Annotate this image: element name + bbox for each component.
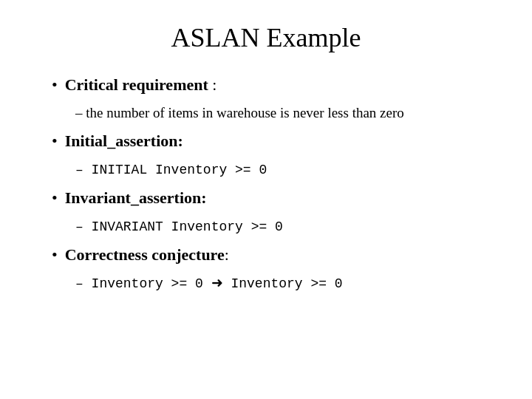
sub-critical-text: – the number of items in warehouse is ne… [75, 105, 404, 120]
sub-critical: – the number of items in warehouse is ne… [75, 103, 488, 123]
bullet-dot-3: • [52, 188, 58, 208]
slide: ASLAN Example • Critical requirement : –… [44, 22, 488, 301]
slide-title: ASLAN Example [44, 22, 488, 53]
sub-initial-text: – INITIAL Inventory >= 0 [75, 163, 267, 177]
sub-invariant-text: – INVARIANT Inventory >= 0 [75, 219, 283, 234]
arrow-icon: ➜ [211, 275, 223, 290]
bullet-dot-4: • [52, 245, 58, 265]
sub-correctness: – Inventory >= 0 ➜ Inventory >= 0 [75, 273, 488, 293]
bullet-dot-1: • [52, 75, 58, 95]
slide-content: • Critical requirement : – the number of… [44, 74, 488, 293]
bullet-invariant: • Invariant_assertion: [52, 187, 488, 209]
sub-invariant: – INVARIANT Inventory >= 0 [75, 216, 488, 236]
bullet-correctness-label: Correctness conjecture: [65, 244, 229, 266]
bullet-dot-2: • [52, 132, 58, 151]
bullet-correctness: • Correctness conjecture: [52, 244, 488, 266]
bullet-critical: • Critical requirement : [52, 74, 488, 96]
sub-initial: – INITIAL Inventory >= 0 [75, 160, 488, 180]
bullet-invariant-label: Invariant_assertion: [65, 187, 207, 209]
sub-correctness-text: – Inventory >= 0 [75, 276, 211, 291]
bullet-critical-label: Critical requirement : [65, 74, 217, 96]
bullet-initial-label: Initial_assertion: [65, 130, 183, 152]
sub-correctness-text2: Inventory >= 0 [223, 276, 343, 291]
bullet-initial: • Initial_assertion: [52, 130, 488, 152]
